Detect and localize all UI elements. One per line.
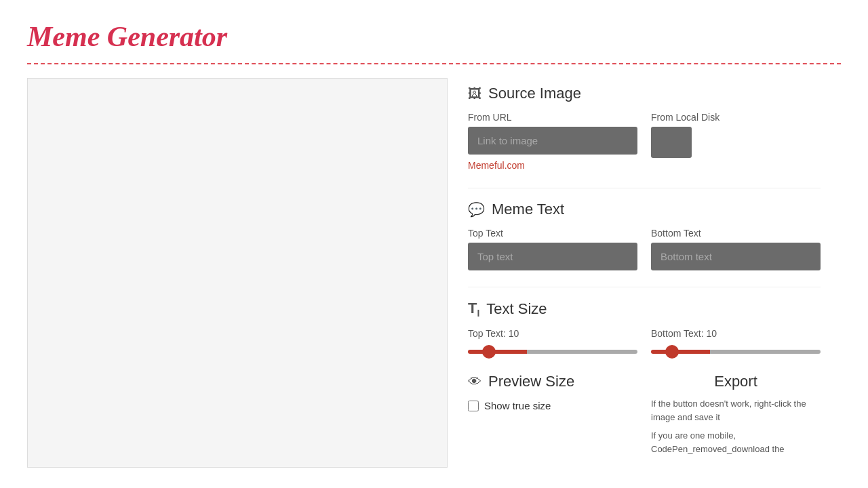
source-image-title: 🖼 Source Image (468, 85, 821, 102)
preview-size-title: 👁 Preview Size (468, 373, 637, 390)
controls-panel: 🖼 Source Image From URL Memeful.com From… (448, 78, 841, 468)
text-size-title: TI Text Size (468, 300, 821, 319)
from-local-label: From Local Disk (651, 112, 821, 123)
app-title: Meme Generator (27, 20, 841, 53)
memeful-link[interactable]: Memeful.com (468, 160, 525, 171)
preview-size-section: 👁 Preview Size Show true size (468, 373, 637, 461)
top-text-size-label: Top Text: 10 (468, 328, 637, 339)
chat-icon: 💬 (468, 201, 485, 218)
meme-text-fields: Top Text Bottom Text (468, 228, 821, 270)
bottom-text-input[interactable] (651, 243, 821, 270)
eye-icon: 👁 (468, 374, 481, 390)
preview-canvas (27, 78, 448, 468)
top-text-col: Top Text (468, 228, 637, 270)
show-true-size-label: Show true size (484, 400, 551, 411)
top-text-input[interactable] (468, 243, 637, 270)
from-local-col: From Local Disk (651, 112, 821, 171)
main-layout: 🖼 Source Image From URL Memeful.com From… (27, 78, 841, 468)
text-size-fields: Top Text: 10 Bottom Text: 10 (468, 328, 821, 357)
from-url-col: From URL Memeful.com (468, 112, 637, 171)
bottom-text-label: Bottom Text (651, 228, 821, 239)
bottom-text-size-label: Bottom Text: 10 (651, 328, 821, 339)
file-upload-button[interactable] (651, 127, 692, 158)
meme-text-section: 💬 Meme Text Top Text Bottom Text (468, 188, 821, 270)
text-size-section: TI Text Size Top Text: 10 Bottom Text: 1… (468, 287, 821, 357)
export-note-2: If you are one mobile, CodePen_removed_d… (651, 429, 821, 455)
text-size-icon: TI (468, 300, 479, 319)
source-image-section: 🖼 Source Image From URL Memeful.com From… (468, 85, 821, 171)
preview-export-row: 👁 Preview Size Show true size Export If … (468, 373, 821, 461)
app-header: Meme Generator (27, 0, 841, 64)
bottom-text-size-col: Bottom Text: 10 (651, 328, 821, 357)
top-text-size-col: Top Text: 10 (468, 328, 637, 357)
show-true-size-checkbox[interactable] (468, 401, 479, 411)
top-text-label: Top Text (468, 228, 637, 239)
top-size-slider-container (468, 344, 637, 357)
from-url-label: From URL (468, 112, 637, 123)
bottom-text-col: Bottom Text (651, 228, 821, 270)
export-note-1: If the button doesn't work, right-click … (651, 397, 821, 424)
bottom-size-slider[interactable] (651, 350, 821, 354)
source-image-fields: From URL Memeful.com From Local Disk (468, 112, 821, 171)
top-size-slider[interactable] (468, 350, 637, 354)
show-true-size-row: Show true size (468, 400, 637, 411)
meme-text-title: 💬 Meme Text (468, 201, 821, 218)
url-input[interactable] (468, 127, 637, 155)
export-section: Export If the button doesn't work, right… (651, 373, 821, 461)
export-title: Export (651, 373, 821, 390)
image-icon: 🖼 (468, 86, 481, 102)
bottom-size-slider-container (651, 344, 821, 357)
